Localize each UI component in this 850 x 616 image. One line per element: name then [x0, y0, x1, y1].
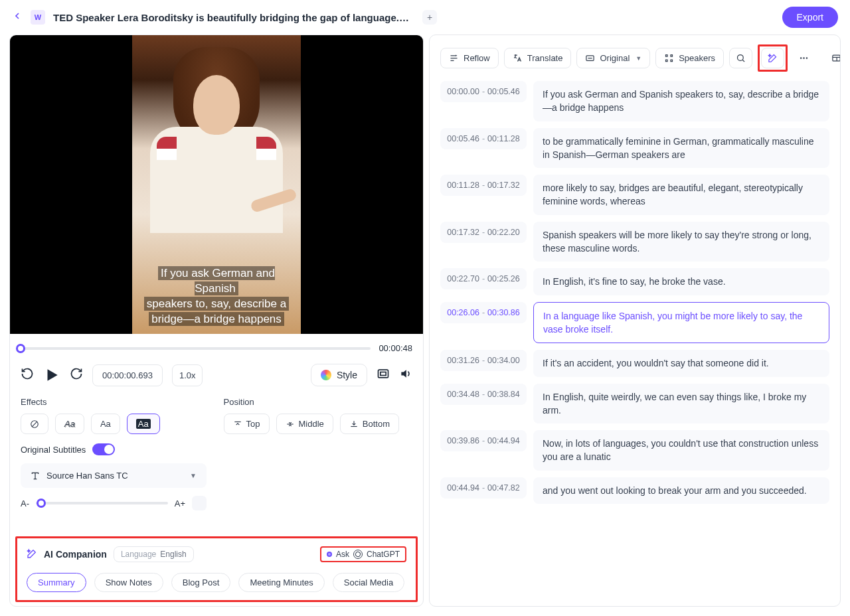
- chevron-down-icon: ▼: [636, 55, 641, 62]
- page-title: TED Speaker Lera Boroditsky is beautiful…: [53, 12, 412, 23]
- effect-none[interactable]: [21, 414, 48, 434]
- ai-tools-button[interactable]: [761, 48, 784, 68]
- svg-line-15: [742, 60, 744, 62]
- font-select[interactable]: Source Han Sans TC ▼: [21, 463, 207, 488]
- subtitles-toggle[interactable]: [92, 443, 115, 455]
- original-subtitles-label: Original Subtitles: [21, 445, 86, 455]
- svg-point-14: [738, 55, 744, 61]
- search-button[interactable]: [729, 48, 752, 68]
- segment-time: 00:31.26-00:34.00: [440, 350, 527, 371]
- segment-text: Spanish speakers will be more likely to …: [533, 222, 829, 262]
- svg-rect-2: [381, 372, 386, 375]
- play-icon[interactable]: [43, 366, 60, 384]
- fullscreen-icon[interactable]: [377, 367, 390, 384]
- style-button[interactable]: Style: [311, 364, 367, 386]
- segment-text: and you went out looking to break your a…: [533, 477, 829, 504]
- position-bottom[interactable]: Bottom: [340, 414, 399, 434]
- segment-time: 00:44.94-00:47.82: [440, 477, 527, 499]
- svg-rect-1: [379, 370, 388, 378]
- transcript-segment[interactable]: 00:34.48-00:38.84In English, quite weird…: [440, 384, 829, 424]
- effects-label: Effects: [21, 397, 160, 407]
- transcript-segment[interactable]: 00:17.32-00:22.20Spanish speakers will b…: [440, 222, 829, 262]
- translate-button[interactable]: Translate: [504, 48, 572, 68]
- back-icon[interactable]: [12, 11, 23, 25]
- font-size-swatch[interactable]: [192, 496, 207, 510]
- scrub-track[interactable]: [21, 347, 371, 350]
- scrub-thumb[interactable]: [16, 344, 25, 353]
- ai-tab-social-media[interactable]: Social Media: [333, 573, 404, 592]
- position-middle[interactable]: Middle: [276, 414, 333, 434]
- transcript-segment[interactable]: 00:31.26-00:34.00If it's an accident, yo…: [440, 350, 829, 376]
- ask-chatgpt-button[interactable]: Ask ChatGPT: [320, 546, 406, 562]
- layout-button[interactable]: ▼: [825, 48, 841, 68]
- ai-tab-show-notes[interactable]: Show Notes: [94, 573, 163, 592]
- transcript-toolbar: Reflow Translate Original ▼ Speakers: [430, 35, 840, 81]
- speakers-button[interactable]: Speakers: [655, 48, 724, 68]
- effect-shadow[interactable]: Aa: [55, 414, 84, 434]
- duration-label: 00:00:48: [379, 343, 412, 353]
- ai-tools-highlight: [758, 44, 788, 72]
- effect-box[interactable]: Aa: [127, 414, 160, 434]
- style-icon: [321, 370, 331, 380]
- ai-tab-summary[interactable]: Summary: [27, 573, 86, 592]
- transcript-segment[interactable]: 00:05.46-00:11.28to be grammatically fem…: [440, 128, 829, 169]
- chatgpt-icon: [353, 550, 363, 559]
- segment-text: In English, it's fine to say, he broke t…: [533, 268, 829, 295]
- segment-text: If it's an accident, you wouldn't say th…: [533, 350, 829, 376]
- wand-icon: [27, 548, 37, 561]
- segment-time: 00:34.48-00:38.84: [440, 384, 527, 405]
- right-panel: Reflow Translate Original ▼ Speakers: [429, 35, 841, 607]
- reflow-button[interactable]: Reflow: [440, 48, 499, 68]
- ai-tab-meeting-minutes[interactable]: Meeting Minutes: [238, 573, 324, 592]
- speed-box[interactable]: 1.0x: [172, 364, 203, 386]
- language-pill[interactable]: Language English: [114, 546, 194, 562]
- chevron-down-icon: ▼: [190, 472, 197, 479]
- transcript-segment[interactable]: 00:22.70-00:25.26In English, it's fine t…: [440, 268, 829, 295]
- volume-icon[interactable]: [399, 367, 412, 384]
- transcript-segment[interactable]: 00:44.94-00:47.82and you went out lookin…: [440, 477, 829, 504]
- segment-time: 00:11.28-00:17.32: [440, 175, 527, 196]
- current-time-box[interactable]: 00:00:00.693: [92, 364, 163, 386]
- more-button[interactable]: [793, 48, 815, 68]
- transcript-segment[interactable]: 00:26.06-00:30.86In a language like Span…: [440, 302, 829, 344]
- font-size-decrease[interactable]: A-: [21, 499, 29, 508]
- effect-plain[interactable]: Aa: [91, 414, 120, 434]
- font-size-increase[interactable]: A+: [175, 499, 185, 508]
- segment-text: more likely to say, bridges are beautifu…: [533, 175, 829, 215]
- svg-point-17: [803, 57, 805, 59]
- replay-icon[interactable]: [21, 367, 34, 384]
- ai-companion-box: AI Companion Language English Ask ChatGP…: [15, 536, 418, 602]
- segment-time: 00:39.86-00:44.94: [440, 430, 527, 451]
- segment-time: 00:17.32-00:22.20: [440, 222, 527, 243]
- transcript-list: 00:00.00-00:05.46If you ask German and S…: [430, 81, 840, 606]
- export-button[interactable]: Export: [782, 7, 838, 28]
- segment-time: 00:00.00-00:05.46: [440, 81, 527, 102]
- transcript-segment[interactable]: 00:39.86-00:44.94Now, in lots of languag…: [440, 430, 829, 471]
- segment-text: If you ask German and Spanish speakers t…: [533, 81, 829, 121]
- position-label: Position: [224, 397, 399, 407]
- segment-text: In English, quite weirdly, we can even s…: [533, 384, 829, 424]
- segment-time: 00:22.70-00:25.26: [440, 268, 527, 289]
- transcript-segment[interactable]: 00:00.00-00:05.46If you ask German and S…: [440, 81, 829, 121]
- segment-text: In a language like Spanish, you might be…: [533, 302, 829, 344]
- ai-companion-title: AI Companion: [44, 549, 107, 560]
- segment-text: to be grammatically feminine in German, …: [533, 128, 829, 169]
- record-dot-icon: [327, 552, 332, 557]
- svg-point-16: [800, 57, 802, 59]
- video-caption: If you ask German and Spanish speakers t…: [132, 264, 301, 330]
- video-player[interactable]: If you ask German and Spanish speakers t…: [10, 35, 423, 334]
- segment-text: Now, in lots of languages, you couldn't …: [533, 430, 829, 471]
- position-top[interactable]: Top: [224, 414, 270, 434]
- transcript-segment[interactable]: 00:11.28-00:17.32more likely to say, bri…: [440, 175, 829, 215]
- left-panel: If you ask German and Spanish speakers t…: [9, 35, 424, 607]
- segment-time: 00:05.46-00:11.28: [440, 128, 527, 149]
- svg-line-5: [32, 421, 37, 426]
- doc-icon: W: [31, 10, 45, 25]
- svg-point-18: [806, 57, 808, 59]
- original-dropdown[interactable]: Original ▼: [576, 48, 650, 68]
- font-size-slider[interactable]: [36, 502, 168, 504]
- ai-tab-blog-post[interactable]: Blog Post: [171, 573, 231, 592]
- svg-marker-0: [48, 369, 58, 380]
- loop-icon[interactable]: [70, 367, 83, 384]
- new-tab-button[interactable]: +: [422, 10, 437, 25]
